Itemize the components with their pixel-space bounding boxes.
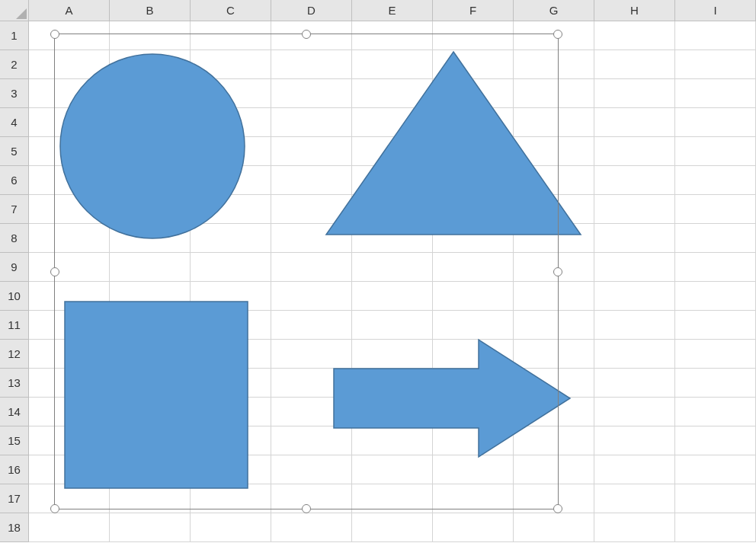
cell[interactable] <box>29 166 110 195</box>
cell[interactable] <box>271 50 352 79</box>
cell[interactable] <box>594 513 675 542</box>
cell[interactable] <box>514 282 594 311</box>
cell[interactable] <box>110 195 191 224</box>
cell[interactable] <box>29 108 110 137</box>
cell[interactable] <box>110 484 191 513</box>
cell[interactable] <box>352 79 433 108</box>
cell[interactable] <box>271 340 352 369</box>
cell[interactable] <box>29 224 110 253</box>
row-header-10[interactable]: 10 <box>0 282 29 311</box>
cell[interactable] <box>514 340 594 369</box>
cell[interactable] <box>110 398 191 426</box>
cell[interactable] <box>271 79 352 108</box>
cell[interactable] <box>675 398 756 426</box>
cell[interactable] <box>675 426 756 455</box>
cell[interactable] <box>594 108 675 137</box>
cell[interactable] <box>594 166 675 195</box>
cell[interactable] <box>675 311 756 340</box>
cell[interactable] <box>594 195 675 224</box>
cell[interactable] <box>594 50 675 79</box>
cell[interactable] <box>352 282 433 311</box>
cell[interactable] <box>514 398 594 426</box>
cell[interactable] <box>271 311 352 340</box>
cell[interactable] <box>594 21 675 50</box>
cell[interactable] <box>110 108 191 137</box>
cell[interactable] <box>271 166 352 195</box>
cell[interactable] <box>110 253 191 282</box>
cell[interactable] <box>675 79 756 108</box>
row-header-5[interactable]: 5 <box>0 137 29 166</box>
cell[interactable] <box>514 311 594 340</box>
cell[interactable] <box>29 455 110 484</box>
cell[interactable] <box>514 137 594 166</box>
cell[interactable] <box>110 137 191 166</box>
cell[interactable] <box>433 108 514 137</box>
cell[interactable] <box>675 195 756 224</box>
cell[interactable] <box>514 513 594 542</box>
cell[interactable] <box>675 369 756 398</box>
cell[interactable] <box>271 426 352 455</box>
cell[interactable] <box>271 455 352 484</box>
select-all-corner[interactable] <box>0 0 29 21</box>
cell[interactable] <box>433 224 514 253</box>
row-header-17[interactable]: 17 <box>0 484 29 513</box>
cell[interactable] <box>514 455 594 484</box>
cell[interactable] <box>433 369 514 398</box>
cell[interactable] <box>29 195 110 224</box>
cell[interactable] <box>675 108 756 137</box>
cell[interactable] <box>352 340 433 369</box>
cell[interactable] <box>514 166 594 195</box>
row-header-16[interactable]: 16 <box>0 455 29 484</box>
cell[interactable] <box>433 21 514 50</box>
row-header-15[interactable]: 15 <box>0 426 29 455</box>
cell[interactable] <box>675 253 756 282</box>
cell[interactable] <box>594 398 675 426</box>
cell[interactable] <box>271 513 352 542</box>
column-header-d[interactable]: D <box>271 0 352 21</box>
cell[interactable] <box>514 108 594 137</box>
cell[interactable] <box>191 137 271 166</box>
cell[interactable] <box>110 21 191 50</box>
row-header-13[interactable]: 13 <box>0 369 29 398</box>
cell[interactable] <box>191 426 271 455</box>
cell[interactable] <box>352 166 433 195</box>
column-header-g[interactable]: G <box>514 0 594 21</box>
cell[interactable] <box>514 253 594 282</box>
row-header-14[interactable]: 14 <box>0 398 29 426</box>
cell[interactable] <box>675 224 756 253</box>
column-header-b[interactable]: B <box>110 0 191 21</box>
cell[interactable] <box>433 79 514 108</box>
cell[interactable] <box>110 79 191 108</box>
cell[interactable] <box>352 369 433 398</box>
cell[interactable] <box>433 50 514 79</box>
row-header-11[interactable]: 11 <box>0 311 29 340</box>
cell[interactable] <box>514 484 594 513</box>
cell[interactable] <box>594 311 675 340</box>
cell[interactable] <box>594 484 675 513</box>
row-header-3[interactable]: 3 <box>0 79 29 108</box>
column-header-c[interactable]: C <box>191 0 271 21</box>
cell[interactable] <box>675 455 756 484</box>
cell[interactable] <box>110 282 191 311</box>
cell-grid[interactable] <box>29 21 756 542</box>
cell[interactable] <box>191 195 271 224</box>
cell[interactable] <box>271 195 352 224</box>
cell[interactable] <box>514 224 594 253</box>
row-header-8[interactable]: 8 <box>0 224 29 253</box>
row-header-4[interactable]: 4 <box>0 108 29 137</box>
row-header-7[interactable]: 7 <box>0 195 29 224</box>
cell[interactable] <box>352 311 433 340</box>
cell[interactable] <box>271 137 352 166</box>
cell[interactable] <box>29 137 110 166</box>
cell[interactable] <box>352 426 433 455</box>
cell[interactable] <box>675 513 756 542</box>
cell[interactable] <box>191 282 271 311</box>
cell[interactable] <box>352 137 433 166</box>
cell[interactable] <box>514 21 594 50</box>
cell[interactable] <box>594 137 675 166</box>
column-header-e[interactable]: E <box>352 0 433 21</box>
cell[interactable] <box>110 426 191 455</box>
cell[interactable] <box>594 340 675 369</box>
cell[interactable] <box>110 513 191 542</box>
cell[interactable] <box>271 398 352 426</box>
